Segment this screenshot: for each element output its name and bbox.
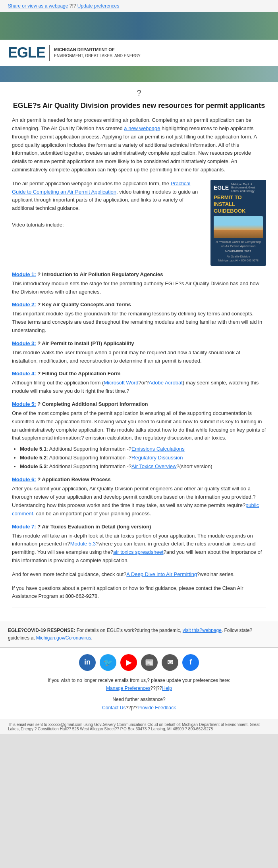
covid-text1: For details on EGLE's work?during the pa… — [77, 628, 183, 633]
youtube-icon[interactable]: ▶ — [120, 654, 137, 671]
guidebook-egle-sub: Michigan Dept ofEnvironment, GreatLakes,… — [231, 183, 255, 193]
question-mark: ? — [12, 88, 266, 98]
module-6-link[interactable]: Module 6: — [12, 476, 36, 482]
air-toxics-overview-link[interactable]: Air Toxics Overview — [131, 463, 176, 469]
module-4-title: Module 4: ? Filling Out the Application … — [12, 371, 266, 376]
regulatory-discussion-link[interactable]: Regulatory Discussion — [131, 455, 183, 461]
module-5-link[interactable]: Module 5: — [12, 401, 36, 407]
air-toxics-spreadsheet-link[interactable]: air toxics spreadsheet — [113, 549, 163, 555]
module-3-desc: This module walks the user through when … — [12, 349, 266, 365]
webinar-para: And for even more technical guidance, ch… — [12, 570, 266, 579]
hero-banner-bottom — [0, 66, 278, 82]
manage-prefs-link[interactable]: Manage Preferences — [106, 686, 150, 691]
module-5: Module 5: ? Completing Additional Suppor… — [12, 401, 266, 471]
module-7-title: Module 7: ? Air Toxics Evaluation in Det… — [12, 524, 266, 530]
module-5-3-ref-link[interactable]: Module 5.3 — [70, 541, 96, 547]
unsubscribe-text: If you wish to no longer receive emails … — [8, 676, 270, 693]
hero-banner-top — [0, 12, 278, 40]
newsletter-icon[interactable]: 📰 — [141, 654, 158, 671]
header-logo-area: EGLE MICHIGAN DEPARTMENT OF ENVIRONMENT,… — [0, 40, 278, 66]
guidebook-date: NOVEMBER 2021 — [214, 249, 263, 253]
module-4-link[interactable]: Module 4: — [12, 371, 36, 376]
public-comment-link[interactable]: public comment — [12, 502, 259, 517]
module-1: Module 1: ? Introduction to Air Pollutio… — [12, 271, 266, 296]
module-7: Module 7: ? Air Toxics Evaluation in Det… — [12, 524, 266, 565]
guidebook-title: PERMIT TO INSTALL GUIDEBOOK — [214, 194, 263, 215]
unsubscribe-label: If you wish to no longer receive emails … — [48, 678, 230, 683]
module-6-title-text: ? Application Review Process — [37, 476, 110, 482]
egle-logo: EGLE MICHIGAN DEPARTMENT OF ENVIRONMENT,… — [8, 44, 141, 61]
provide-feedback-link[interactable]: Provide Feedback — [137, 705, 176, 711]
bottom-footer-text: This email was sent to xxxxxx@gmail.com … — [8, 722, 260, 731]
module-5-desc: One of the most complex parts of the per… — [12, 409, 266, 442]
covid-guidelines-link[interactable]: Michigan.gov/Coronavirus — [36, 635, 91, 641]
emissions-calc-link[interactable]: Emissions Calculations — [131, 446, 185, 452]
help-link[interactable]: Help — [162, 686, 172, 691]
module-4: Module 4: ? Filling Out the Application … — [12, 371, 266, 396]
guidebook-title-p2: INSTALL — [214, 201, 235, 207]
module-1-link[interactable]: Module 1: — [12, 271, 36, 277]
module-3-link[interactable]: Module 3: — [12, 340, 36, 346]
module-4-title-text: ? Filling Out the Application Form — [37, 371, 120, 376]
module-5-title-text: ? Completing Additional Support Informat… — [37, 401, 148, 407]
covid-section: EGLE?COVID-19 RESPONSE: For details on E… — [0, 622, 278, 647]
footer-sep2: ??|?? — [125, 705, 137, 711]
facebook-icon[interactable]: f — [182, 654, 199, 671]
bottom-bar: This email was sent to xxxxxx@gmail.com … — [0, 719, 278, 734]
webinar-link[interactable]: A Deep Dive into Air Permitting — [126, 571, 197, 577]
covid-text3: . — [91, 635, 92, 641]
guidebook-website: Michigan.gov/Air • 800-662-9278 — [218, 259, 259, 262]
content-divider — [12, 607, 266, 607]
email-icon[interactable]: ✉ — [162, 654, 178, 671]
msword-link[interactable]: Microsoft Word — [104, 380, 138, 386]
module-2-title: Module 2: ? Key Air Quality Concepts and… — [12, 301, 266, 307]
twitter-icon[interactable]: 🐦 — [100, 654, 116, 671]
module-3: Module 3: ? Air Permit to Install (PTI) … — [12, 340, 266, 365]
module-5-subbullets: Module 5.1: Additional Supporting Inform… — [20, 445, 266, 471]
module-2-title-text: ? Key Air Quality Concepts and Terms — [37, 301, 131, 307]
col-text-left: The air permit application webpage inclu… — [12, 180, 204, 266]
two-col-section: The air permit application webpage inclu… — [12, 180, 266, 266]
module-6: Module 6: ? Application Review Process A… — [12, 476, 266, 518]
module-4-desc: Although filling out the application for… — [12, 379, 266, 396]
acrobat-link[interactable]: Adobe Acrobat — [149, 380, 182, 386]
video-tutorials-label: Video tutorials include: — [12, 221, 204, 229]
module-7-link[interactable]: Module 7: — [12, 524, 36, 530]
module-5-title: Module 5: ? Completing Additional Suppor… — [12, 401, 266, 407]
module-1-title: Module 1: ? Introduction to Air Pollutio… — [12, 271, 266, 277]
separator1: ?!? — [70, 3, 76, 9]
share-link[interactable]: Share or view as a webpage — [8, 3, 68, 9]
dept-line2: ENVIRONMENT, GREAT LAKES, AND ENERGY — [54, 53, 141, 59]
module-3-title-text: ? Air Permit to Install (PTI) Applicabil… — [37, 340, 134, 346]
logo-subtitle: MICHIGAN DEPARTMENT OF ENVIRONMENT, GREA… — [54, 47, 141, 58]
guidebook-egle-text: EGLE — [214, 184, 229, 192]
top-bar: Share or view as a webpage ?!? Update pr… — [0, 0, 278, 12]
guidebook-title-sub: GUIDEBOOK — [214, 208, 245, 214]
need-assistance-label: Need further assistance? — [112, 697, 165, 702]
social-icons-row: in 🐦 ▶ 📰 ✉ f — [8, 654, 270, 671]
module-5-3-item: Module 5.3: Additional Supporting Inform… — [20, 462, 266, 471]
assistance-text-row: Need further assistance? Contact Us??|??… — [8, 695, 270, 712]
new-webpage-link[interactable]: a new webpage — [124, 125, 160, 131]
module-7-title-text: ? Air Toxics Evaluation in Detail (long … — [37, 524, 151, 530]
contact-para: If you have questions about a permit app… — [12, 584, 266, 601]
guidebook-footer: Air Quality Division Michigan.gov/Air • … — [214, 255, 263, 263]
social-footer: in 🐦 ▶ 📰 ✉ f If you wish to no longer re… — [0, 648, 278, 719]
contact-us-link[interactable]: Contact Us — [102, 705, 125, 711]
covid-webpage-link[interactable]: visit this?webpage — [183, 628, 222, 633]
update-link[interactable]: Update preferences — [77, 3, 119, 9]
module-2: Module 2: ? Key Air Quality Concepts and… — [12, 301, 266, 334]
guidebook-title-highlight: O — [237, 194, 241, 200]
module-7-desc: This module will take an in-depth look a… — [12, 532, 266, 565]
module-1-desc: This introductory module sets the stage … — [12, 280, 266, 296]
module-2-link[interactable]: Module 2: — [12, 301, 36, 307]
module-2-desc: This important module lays the groundwor… — [12, 310, 266, 334]
linkedin-icon[interactable]: in — [79, 654, 96, 671]
tc-text1: The air permit application webpage inclu… — [12, 181, 171, 186]
main-title: EGLE?s Air Quality Division provides new… — [12, 101, 266, 111]
guidebook-header: EGLE Michigan Dept ofEnvironment, GreatL… — [214, 183, 263, 193]
guidebook-image: EGLE Michigan Dept ofEnvironment, GreatL… — [210, 180, 266, 266]
email-wrapper: Share or view as a webpage ?!? Update pr… — [0, 0, 278, 734]
covid-label: EGLE?COVID-19 RESPONSE: — [8, 628, 75, 633]
logo-divider — [49, 45, 50, 61]
